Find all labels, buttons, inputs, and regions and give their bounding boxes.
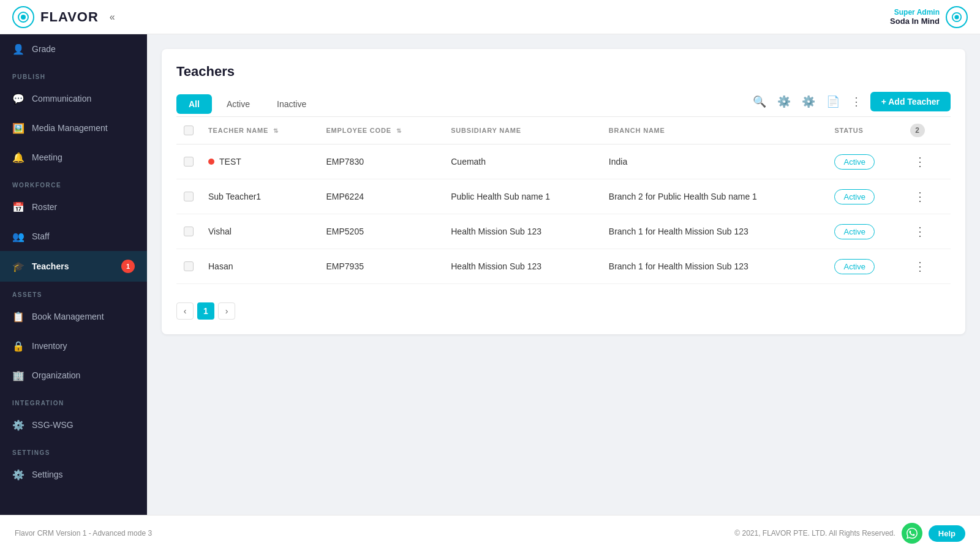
media-icon: 🖼️ [12, 122, 24, 134]
row-status: Active [827, 249, 903, 284]
content-area: Teachers All Active Inactive 🔍 ⚙️ ⚙️ 📄 ⋮… [147, 34, 980, 515]
sidebar-item-roster[interactable]: 📅 Roster [0, 192, 147, 222]
sidebar-label-inventory: Inventory [32, 341, 67, 351]
footer-right: © 2021, FLAVOR PTE. LTD. All Rights Rese… [734, 523, 965, 544]
th-status: STATUS [827, 117, 903, 144]
sidebar-item-ssg-wsg[interactable]: ⚙️ SSG-WSG [0, 410, 147, 440]
logo-icon [12, 6, 34, 28]
sidebar-section-workforce: WORKFORCE [0, 172, 147, 192]
sidebar-item-media-management[interactable]: 🖼️ Media Management [0, 113, 147, 143]
user-info: Super Admin Soda In Mind [890, 8, 940, 26]
communication-icon: 💬 [12, 92, 24, 105]
toolbar-right: 🔍 ⚙️ ⚙️ 📄 ⋮ + Add Teacher [750, 92, 951, 116]
row-emp-code: EMP7935 [318, 249, 443, 284]
teachers-table: TEACHER NAME ⇅ EMPLOYEE CODE ⇅ SUBSIDIAR… [176, 117, 951, 284]
tab-inactive[interactable]: Inactive [265, 94, 318, 114]
row-branch: Branch 2 for Public Health Sub name 1 [601, 179, 827, 214]
th-teacher-name: TEACHER NAME ⇅ [201, 117, 318, 144]
sidebar-label-book: Book Management [32, 312, 104, 321]
teachers-icon: 🎓 [12, 260, 24, 272]
row-name: Hasan [201, 249, 318, 284]
sidebar-item-organization[interactable]: 🏢 Organization [0, 361, 147, 390]
status-badge: Active [834, 189, 874, 204]
page-prev-button[interactable]: ‹ [176, 302, 194, 320]
collapse-button[interactable]: « [110, 12, 115, 23]
version-text: Flavor CRM Version 1 - Advanced mode 3 [15, 529, 152, 538]
tab-all[interactable]: All [176, 94, 212, 114]
settings-gear-icon[interactable]: ⚙️ [799, 92, 818, 111]
row-checkbox-cell [176, 214, 201, 249]
page-next-button[interactable]: › [218, 302, 235, 320]
row-more-button[interactable]: ⋮ [910, 188, 930, 205]
sidebar-item-book-management[interactable]: 📋 Book Management [0, 302, 147, 331]
organization-icon: 🏢 [12, 369, 24, 381]
sidebar-label-settings: Settings [32, 470, 63, 479]
svg-point-1 [21, 15, 26, 20]
sidebar-item-meeting[interactable]: 🔔 Meeting [0, 143, 147, 172]
row-checkbox[interactable] [184, 227, 194, 236]
user-name: Soda In Mind [890, 17, 940, 26]
row-more-button[interactable]: ⋮ [910, 153, 930, 170]
export-icon[interactable]: 📄 [824, 92, 842, 111]
book-icon: 📋 [12, 310, 24, 323]
whatsapp-button[interactable] [902, 523, 922, 544]
sidebar-item-inventory[interactable]: 🔒 Inventory [0, 331, 147, 361]
page-1-button[interactable]: 1 [197, 302, 214, 320]
staff-icon: 👥 [12, 230, 24, 242]
sidebar-item-communication[interactable]: 💬 Communication [0, 84, 147, 113]
column-badge[interactable]: 2 [910, 124, 924, 137]
row-name: Sub Teacher1 [201, 179, 318, 214]
sort-emp-icon[interactable]: ⇅ [396, 127, 402, 134]
th-checkbox [176, 117, 201, 144]
th-subsidiary: SUBSIDIARY NAME [443, 117, 601, 144]
row-branch: India [601, 144, 827, 179]
page-card: Teachers All Active Inactive 🔍 ⚙️ ⚙️ 📄 ⋮… [162, 49, 965, 334]
sidebar-item-teachers[interactable]: 🎓 Teachers 1 [0, 251, 147, 282]
user-role: Super Admin [890, 8, 940, 17]
status-badge: Active [834, 154, 874, 170]
row-branch: Branch 1 for Health Mission Sub 123 [601, 214, 827, 249]
sidebar-label-staff: Staff [32, 231, 50, 241]
status-dot [208, 159, 214, 165]
row-checkbox-cell [176, 179, 201, 214]
row-branch: Branch 1 for Health Mission Sub 123 [601, 249, 827, 284]
tab-active[interactable]: Active [214, 94, 262, 114]
table-header: TEACHER NAME ⇅ EMPLOYEE CODE ⇅ SUBSIDIAR… [176, 117, 951, 144]
filter-icon[interactable]: ⚙️ [775, 92, 793, 111]
sidebar: 👤 Grade PUBLISH 💬 Communication 🖼️ Media… [0, 34, 147, 515]
sidebar-label-meeting: Meeting [32, 152, 62, 162]
ssg-icon: ⚙️ [12, 419, 24, 431]
add-teacher-button[interactable]: + Add Teacher [870, 92, 951, 111]
th-emp-code: EMPLOYEE CODE ⇅ [318, 117, 443, 144]
table-row: Hasan EMP7935 Health Mission Sub 123 Bra… [176, 249, 951, 284]
sort-name-icon[interactable]: ⇅ [273, 127, 279, 134]
row-more-button[interactable]: ⋮ [910, 223, 930, 240]
logo-area: FLAVOR « [12, 6, 115, 28]
help-button[interactable]: Help [929, 525, 965, 542]
th-branch: BRANCH NAME [601, 117, 827, 144]
row-checkbox[interactable] [184, 261, 194, 271]
row-subsidiary: Cuemath [443, 144, 601, 179]
sidebar-label-teachers: Teachers [32, 261, 69, 271]
settings-icon: ⚙️ [12, 468, 24, 481]
row-name: TEST [201, 144, 318, 179]
inventory-icon: 🔒 [12, 340, 24, 352]
header-checkbox[interactable] [184, 126, 194, 135]
row-checkbox[interactable] [184, 157, 194, 167]
more-options-icon[interactable]: ⋮ [848, 92, 864, 111]
row-checkbox[interactable] [184, 192, 194, 201]
logo-text: FLAVOR [40, 9, 99, 25]
search-icon[interactable]: 🔍 [750, 92, 769, 111]
row-subsidiary: Health Mission Sub 123 [443, 214, 601, 249]
row-subsidiary: Public Health Sub name 1 [443, 179, 601, 214]
sidebar-item-staff[interactable]: 👥 Staff [0, 222, 147, 251]
row-actions: ⋮ [903, 144, 951, 179]
row-more-button[interactable]: ⋮ [910, 258, 930, 275]
sidebar-item-grade[interactable]: 👤 Grade [0, 34, 147, 64]
row-actions: ⋮ [903, 214, 951, 249]
sidebar-section-assets: ASSETS [0, 282, 147, 302]
table-row: Vishal EMP5205 Health Mission Sub 123 Br… [176, 214, 951, 249]
sidebar-item-settings[interactable]: ⚙️ Settings [0, 460, 147, 489]
row-checkbox-cell [176, 249, 201, 284]
sidebar-label-media: Media Management [32, 123, 108, 133]
